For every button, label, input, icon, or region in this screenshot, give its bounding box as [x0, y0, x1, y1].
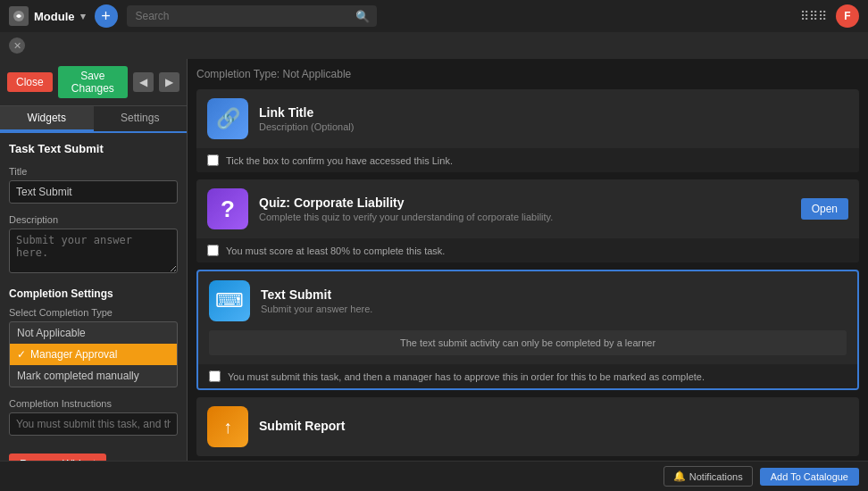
- user-avatar[interactable]: F: [836, 4, 859, 28]
- description-group: Description: [9, 214, 178, 277]
- option-not-applicable[interactable]: Not Applicable: [10, 322, 177, 344]
- widget-quiz-header: ? Quiz: Corporate Liability Complete thi…: [196, 179, 859, 238]
- add-to-catalogue-button[interactable]: Add To Catalogue: [760, 468, 859, 486]
- notifications-button[interactable]: 🔔 Notifications: [664, 466, 753, 487]
- tab-widgets[interactable]: Widgets: [0, 106, 94, 131]
- search-icon: 🔍: [355, 10, 370, 23]
- completion-instructions-group: Completion Instructions: [9, 398, 178, 436]
- completion-type-header: Completion Type: Not Applicable: [196, 68, 859, 80]
- text-submit-title: Text Submit: [261, 287, 847, 302]
- submit-report-title: Submit Report: [259, 419, 848, 433]
- completion-section-title: Completion Settings: [9, 287, 178, 300]
- title-label: Title: [9, 166, 178, 177]
- sidebar-toolbar: Close Save Changes ◀ ▶: [0, 59, 187, 106]
- bell-icon: 🔔: [673, 470, 686, 482]
- logo-icon: [9, 6, 29, 26]
- widget-quiz: ? Quiz: Corporate Liability Complete thi…: [196, 179, 859, 262]
- quiz-icon: ?: [207, 188, 248, 229]
- link-title-icon: 🔗: [207, 98, 248, 139]
- sidebar-tabs: Widgets Settings: [0, 106, 187, 133]
- quiz-checkbox-row: You must score at least 80% to complete …: [196, 238, 859, 262]
- module-dropdown-icon[interactable]: ▾: [80, 11, 86, 22]
- description-textarea[interactable]: [9, 229, 178, 273]
- submit-report-info: Submit Report: [259, 419, 848, 435]
- select-completion-label: Select Completion Type: [9, 307, 178, 318]
- widget-link-title-header: 🔗 Link Title Description (Optional): [196, 89, 859, 148]
- option-manager-approval[interactable]: ✓ Manager Approval: [10, 344, 177, 365]
- widget-submit-report-header: ↑ Submit Report: [196, 397, 859, 456]
- quiz-info: Quiz: Corporate Liability Complete this …: [259, 196, 790, 222]
- widget-text-submit: ⌨ Text Submit Submit your answer here. T…: [196, 270, 859, 390]
- text-submit-checkbox[interactable]: [209, 370, 221, 382]
- text-submit-icon: ⌨: [209, 280, 250, 321]
- text-submit-info: Text Submit Submit your answer here.: [261, 287, 847, 314]
- completion-type-dropdown: Not Applicable ✓ Manager Approval Mark c…: [9, 321, 178, 387]
- title-group: Title: [9, 166, 178, 204]
- top-right-controls: ⠿⠿⠿ F: [800, 4, 859, 28]
- quiz-checkbox[interactable]: [207, 245, 219, 256]
- sidebar: Close Save Changes ◀ ▶ Widgets Settings …: [0, 59, 188, 461]
- app-logo: Module ▾: [9, 6, 86, 26]
- widget-submit-report: ↑ Submit Report: [196, 397, 859, 456]
- text-submit-checkbox-label: You must submit this task, and then a ma…: [228, 371, 705, 382]
- link-title-checkbox[interactable]: [207, 154, 219, 166]
- checkmark-icon: ✓: [17, 348, 26, 361]
- module-label[interactable]: Module: [34, 10, 75, 23]
- link-title-desc: Description (Optional): [259, 121, 848, 132]
- link-title-checkbox-label: Tick the box to confirm you have accesse…: [226, 155, 453, 166]
- bottom-bar: 🔔 Notifications Add To Catalogue: [0, 461, 868, 491]
- link-title-info: Link Title Description (Optional): [259, 105, 848, 132]
- undo-button[interactable]: ◀: [133, 72, 154, 92]
- add-button[interactable]: +: [95, 4, 118, 28]
- description-label: Description: [9, 214, 178, 225]
- completion-settings-group: Completion Settings Select Completion Ty…: [9, 287, 178, 387]
- content-area: Completion Type: Not Applicable 🔗 Link T…: [188, 59, 868, 461]
- second-bar: ✕: [0, 32, 868, 59]
- widget-link-title: 🔗 Link Title Description (Optional) Tick…: [196, 89, 859, 172]
- submit-report-icon: ↑: [207, 406, 248, 447]
- link-title-title: Link Title: [259, 105, 848, 120]
- notifications-label: Notifications: [689, 471, 743, 482]
- text-submit-desc: Submit your answer here.: [261, 304, 847, 314]
- option-mark-manually[interactable]: Mark completed manually: [10, 365, 177, 387]
- save-button[interactable]: Save Changes: [58, 66, 128, 98]
- text-submit-checkbox-row: You must submit this task, and then a ma…: [198, 364, 857, 388]
- main-layout: Close Save Changes ◀ ▶ Widgets Settings …: [0, 59, 868, 461]
- close-x-button[interactable]: ✕: [9, 37, 25, 54]
- quiz-open-button[interactable]: Open: [801, 198, 848, 220]
- grid-icon[interactable]: ⠿⠿⠿: [800, 9, 827, 23]
- widget-text-submit-header: ⌨ Text Submit Submit your answer here.: [198, 271, 857, 330]
- quiz-desc: Complete this quiz to verify your unders…: [259, 212, 790, 222]
- close-button[interactable]: Close: [7, 72, 53, 92]
- redo-button[interactable]: ▶: [159, 72, 179, 92]
- search-input[interactable]: [127, 5, 377, 27]
- quiz-checkbox-label: You must score at least 80% to complete …: [226, 246, 445, 256]
- quiz-title: Quiz: Corporate Liability: [259, 196, 790, 210]
- title-input[interactable]: [9, 180, 178, 204]
- option-manager-label: Manager Approval: [30, 348, 117, 361]
- completion-instructions-label: Completion Instructions: [9, 398, 178, 409]
- remove-widget-button[interactable]: Remove Widget: [9, 454, 106, 461]
- tab-settings[interactable]: Settings: [94, 106, 188, 131]
- task-title: Task Text Submit: [9, 142, 178, 155]
- search-container: 🔍: [127, 5, 377, 27]
- top-bar: Module ▾ + 🔍 ⠿⠿⠿ F: [0, 0, 868, 32]
- sidebar-content: Task Text Submit Title Description Compl…: [0, 133, 187, 461]
- completion-instructions-input[interactable]: [9, 412, 178, 436]
- link-title-checkbox-row: Tick the box to confirm you have accesse…: [196, 148, 859, 172]
- text-submit-info-bar: The text submit activity can only be com…: [209, 330, 847, 355]
